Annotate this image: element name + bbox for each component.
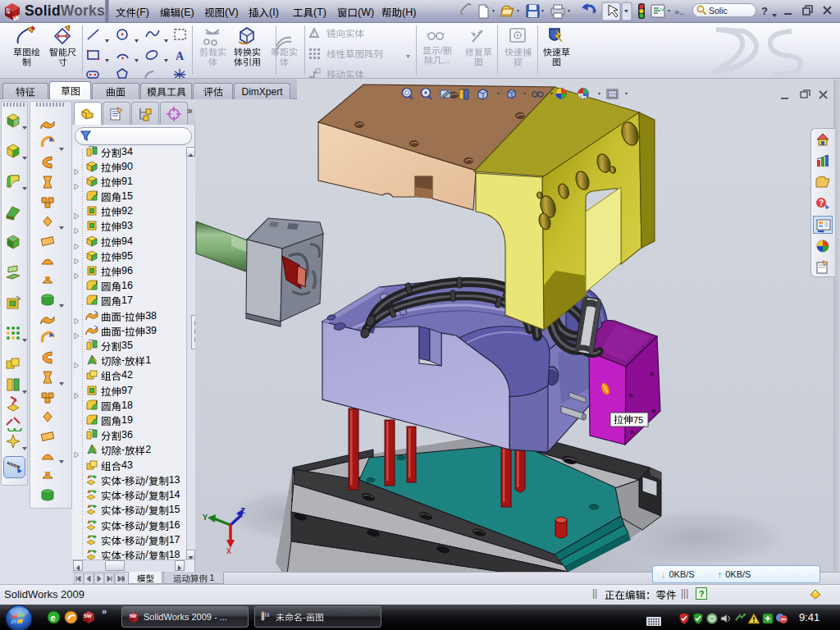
svg-text:W: W (13, 13, 20, 21)
svg-text:?: ? (819, 199, 824, 208)
svg-text:»..: ».. (674, 7, 684, 16)
svg-text:+: + (477, 28, 482, 37)
svg-text:75: 75 (633, 415, 643, 425)
svg-text:X: X (226, 547, 231, 556)
svg-text:!: ! (313, 30, 315, 38)
svg-text:SW: SW (84, 614, 92, 619)
svg-text:e: e (51, 613, 56, 623)
svg-text:A: A (176, 50, 185, 62)
svg-text:Z: Z (240, 507, 245, 516)
svg-text:SW: SW (130, 614, 136, 619)
svg-text:Y: Y (203, 514, 208, 523)
